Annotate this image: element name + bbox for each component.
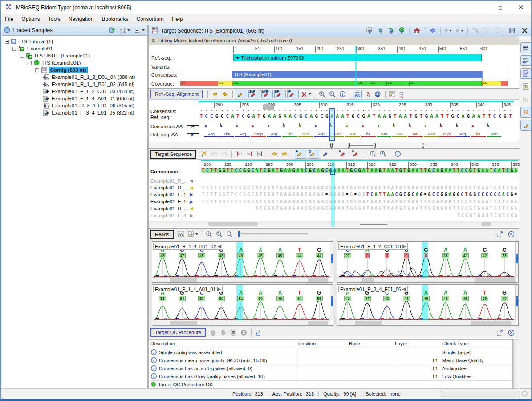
qc-disable-check-icon[interactable] — [240, 328, 248, 337]
frame-marker[interactable] — [330, 143, 333, 148]
tree-expander[interactable] — [20, 54, 24, 58]
tgt-edit-lower-icon[interactable] — [321, 150, 332, 159]
tree-item[interactable]: *ITS (Example01) — [2, 59, 147, 66]
ref-prev-difference-icon[interactable] — [211, 90, 219, 98]
tree-item[interactable]: ET*Example01 — [2, 45, 147, 52]
qc-column-header[interactable]: Base — [347, 340, 393, 348]
chromatogram-hscrollbar[interactable] — [337, 320, 516, 325]
ref-view-icon[interactable]: Ref — [520, 55, 531, 66]
samples-archive-database-icon[interactable] — [107, 26, 116, 35]
maximize-window-button[interactable]: □ — [490, 1, 511, 14]
hdr-submit-table-icon[interactable] — [365, 26, 374, 35]
reads-popout-icon[interactable] — [495, 230, 504, 239]
tgt-edit-quality-icon[interactable]: Q — [308, 150, 319, 159]
chromatogram-hscrollbar[interactable] — [337, 277, 516, 282]
ref-mark-dp-icon[interactable]: DP — [274, 90, 286, 98]
hdr-save-icon[interactable] — [508, 26, 516, 35]
menu-bookmarks[interactable]: Bookmarks — [97, 15, 132, 24]
refseq-aa-codon[interactable]: His — [219, 131, 234, 137]
coverage-bar[interactable]: 0/10/22/22/12/21/22/22/0 — [180, 81, 508, 86]
chromatogram-vscrollbar[interactable] — [515, 285, 518, 320]
frame-marker[interactable] — [422, 143, 424, 148]
hdr-prev-target-icon[interactable] — [455, 26, 464, 35]
reads-scale-slider-icon[interactable] — [236, 230, 309, 239]
ref-codon-display-icon[interactable]: +□+CA--AC — [398, 90, 407, 98]
ref-info-icon[interactable]: i — [338, 90, 347, 98]
hdr-next-target-icon[interactable] — [443, 26, 453, 35]
qc-column-header[interactable]: Layer — [393, 340, 440, 348]
ref-web-lookup-icon[interactable] — [374, 90, 382, 98]
tree-expander[interactable] — [12, 47, 16, 51]
chromatogram-Example01_R_1_4_B01_02[interactable]: Example01_R_1_4_B01_02◀A48G47C45G48A49A4… — [152, 241, 333, 283]
tgt-trim-both-icon[interactable] — [255, 150, 264, 159]
refseq-aa-codon[interactable]: Ile — [361, 131, 376, 137]
qc-export-icon[interactable] — [254, 328, 263, 337]
refseq-aa-codon[interactable]: Ser — [377, 131, 391, 137]
tree-item[interactable]: TCA*Contig (603 nt) — [2, 66, 147, 74]
tgt-redo-icon[interactable] — [220, 150, 229, 159]
menu-help[interactable]: Help — [168, 15, 187, 24]
tree-item[interactable]: ST*ITS UNITE (Example01) — [2, 52, 147, 59]
reads-trace-view-icon[interactable] — [177, 230, 186, 239]
qc-column-header[interactable]: Description — [149, 340, 296, 348]
tree-item[interactable]: Example01_R_3_4_F01_06 (315 nt) — [2, 102, 147, 109]
tree-item[interactable]: Example01_F_1_2_C01_03 (418 nt) — [2, 88, 147, 95]
refseq-aa-codon[interactable]: Cys — [439, 131, 454, 137]
target-consensus-row[interactable]: TCTTGGTTCCGGCATCGATGAAGAACGCAGCGAAATGCGA… — [201, 168, 518, 173]
refseq-aa-codon[interactable]: Pro — [487, 131, 501, 137]
frame-range-start[interactable] — [348, 143, 350, 148]
refseq-aa-codon[interactable]: Thr — [282, 131, 297, 137]
consensus-bar[interactable]: ITS (Example01) — [232, 71, 483, 78]
menu-file[interactable]: File — [1, 15, 17, 24]
qc-table-row[interactable]: iConsensus has no ambiguities (allowed: … — [149, 364, 512, 372]
refseq-base-row[interactable]: TCCGGCATCGATGAAGAACGCAGCGAAATGCGATAAGTAA… — [199, 113, 513, 119]
reads-button[interactable]: Reads — [150, 230, 174, 239]
tgt-prev-diff-icon[interactable] — [270, 150, 279, 159]
ref-unknown-codon-icon[interactable]: ? — [363, 90, 372, 98]
reads-zoom-100-icon[interactable]: 1 — [215, 230, 224, 239]
tgt-edit-ambiguity-icon[interactable]: A — [295, 150, 306, 159]
chromatogram-vscrollbar[interactable] — [330, 285, 333, 320]
ref-codon-table-icon[interactable]: CG-A — [388, 90, 397, 98]
hdr-edit-task-icon[interactable] — [481, 26, 490, 35]
chromatogram-hscrollbar[interactable] — [152, 277, 330, 282]
tree-item[interactable]: Example01_R_1_4_B01_02 (645 nt) — [2, 81, 147, 88]
chromatogram-hscrollbar[interactable] — [152, 320, 330, 325]
tree-expander[interactable] — [5, 40, 9, 44]
ref-mark-mnp-icon[interactable]: MNP — [261, 90, 273, 98]
reference-sequence-bar[interactable]: ➔ Trichophyton rubrum Z97993 — [233, 54, 482, 61]
consensus-dot-row[interactable]: ········································… — [199, 108, 513, 113]
tgt-reassemble-icon[interactable] — [199, 150, 208, 159]
overview-cursor[interactable] — [355, 46, 357, 86]
hdr-home-icon[interactable] — [413, 26, 422, 35]
ref-next-difference-icon[interactable] — [221, 90, 230, 98]
samples-collapse-all-icon[interactable] — [134, 26, 146, 35]
target-sequence-button[interactable]: Target Sequence — [150, 150, 196, 159]
hdr-goto-task-icon[interactable] — [471, 26, 479, 35]
hdr-submit-sequence-icon[interactable] — [386, 26, 395, 35]
qc-popout-icon[interactable] — [495, 328, 504, 337]
refseq-aa-codon[interactable]: Ile — [471, 131, 486, 137]
refseq-aa-codon[interactable]: Stop — [251, 131, 266, 137]
refseq-aa-codon[interactable]: Arg — [235, 131, 250, 137]
target-qc-button[interactable]: Target QC Procedure — [150, 328, 206, 337]
chromatogram-Example01_R_3_4_F01_06[interactable]: Example01_R_3_4_F01_06◀A42G47C40G46A48A4… — [337, 284, 519, 326]
ref-zoom-in-icon[interactable]: + — [318, 90, 327, 98]
hdr-reload-icon[interactable] — [492, 26, 501, 35]
hdr-submit-sample-icon[interactable] — [397, 26, 406, 35]
refseq-aa-codon[interactable]: Arg — [455, 131, 470, 137]
ref-edit-base-icon[interactable] — [236, 90, 247, 98]
refseq-aa-codon[interactable]: Arg — [267, 131, 281, 137]
refseq-aa-codon[interactable]: Asn — [424, 131, 439, 137]
chromatogram-Example01_F_1_4_A01_01[interactable]: Example01_F_1_4_A01_01▶A53G54C53G50A51A5… — [152, 284, 333, 326]
tgt-trim-end-icon[interactable] — [245, 150, 254, 159]
overview-view-icon[interactable] — [520, 42, 531, 53]
qc-move-up-icon[interactable] — [209, 328, 218, 337]
tgt-next-diff-icon[interactable] — [280, 150, 289, 159]
tree-item[interactable]: Example01_R_1_2_D01_04 (388 nt) — [2, 74, 147, 81]
tgt-zoom-reset-icon[interactable]: x — [378, 150, 387, 159]
reads-close-icon[interactable] — [507, 230, 516, 239]
refseq-aa-codon[interactable]: Gln — [298, 131, 313, 137]
tree-expander[interactable] — [28, 61, 32, 65]
tree-expander[interactable] — [35, 68, 39, 72]
